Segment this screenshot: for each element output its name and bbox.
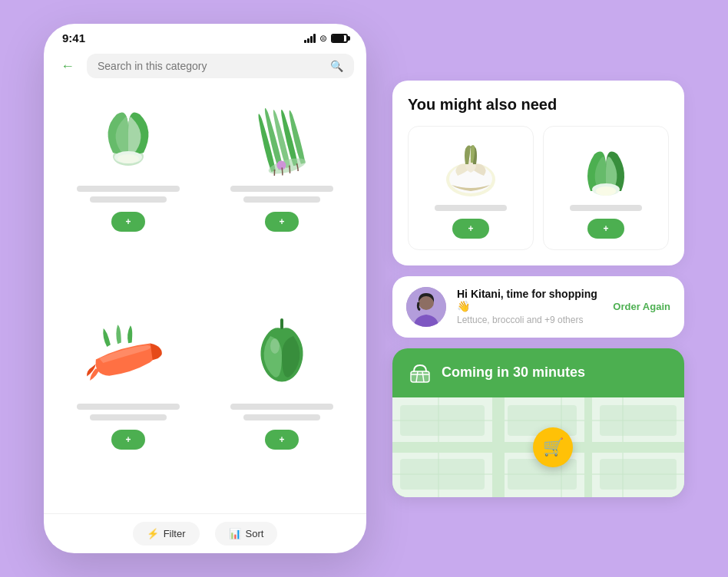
suggestions-card: You might also need: [392, 81, 684, 265]
order-again-button[interactable]: Order Again: [613, 301, 670, 312]
product-price-bar-4: [243, 414, 321, 420]
delivery-icon: [408, 361, 432, 385]
search-icon: 🔍: [330, 60, 343, 72]
map-area: 🛒: [392, 397, 684, 497]
basket-icon: 🛒: [543, 437, 564, 457]
svg-rect-31: [400, 459, 485, 490]
svg-rect-5: [280, 318, 283, 329]
product-card-scallion: +: [210, 87, 354, 296]
sort-button[interactable]: 📊 Sort: [215, 522, 278, 546]
svg-rect-26: [492, 397, 505, 497]
add-to-cart-bokchoy[interactable]: +: [111, 212, 144, 232]
greeting-subtitle: Lettuce, broccoli and +9 others: [457, 315, 602, 325]
back-button[interactable]: ←: [56, 54, 79, 77]
suggestion-bokchoy: +: [543, 126, 669, 250]
suggestions-title: You might also need: [408, 96, 669, 114]
suggestion-garlic: +: [408, 126, 534, 250]
svg-point-2: [117, 154, 139, 163]
add-garlic-button[interactable]: +: [452, 219, 488, 239]
svg-rect-30: [600, 405, 677, 436]
product-image-pepper: [236, 313, 328, 397]
status-time: 9:41: [62, 31, 85, 45]
sort-label: Sort: [246, 528, 264, 539]
bokchoy2-image: [571, 137, 640, 199]
bokchoy2-name-bar: [570, 205, 642, 211]
right-panel: You might also need: [392, 81, 684, 497]
status-bar: 9:41 ⊜: [44, 24, 366, 49]
filter-label: Filter: [164, 528, 186, 539]
wifi-icon: ⊜: [319, 33, 327, 44]
delivery-title: Coming in 30 minutes: [442, 364, 585, 381]
product-name-bar-3: [77, 404, 180, 410]
avatar: [406, 287, 446, 327]
product-name-bar: [77, 186, 180, 192]
product-price-bar-2: [243, 196, 321, 203]
greeting-text: Hi Kitani, time for shopping 👋 Lettuce, …: [457, 288, 602, 325]
battery-icon: [331, 34, 348, 43]
sort-icon: 📊: [229, 528, 241, 539]
product-card-carrot: +: [56, 305, 200, 514]
app-container: 9:41 ⊜ ← 🔍: [0, 0, 728, 577]
filter-icon: ⚡: [147, 528, 159, 539]
status-icons: ⊜: [304, 33, 348, 44]
svg-point-10: [596, 186, 616, 196]
filter-button[interactable]: ⚡ Filter: [133, 522, 200, 546]
greeting-title: Hi Kitani, time for shopping 👋: [457, 288, 602, 312]
product-grid: +: [44, 87, 366, 513]
search-input[interactable]: [98, 60, 324, 72]
suggestions-grid: +: [408, 126, 669, 250]
product-image-bokchoy: [82, 95, 174, 180]
phone-frame: 9:41 ⊜ ← 🔍: [44, 24, 366, 553]
delivery-header: Coming in 30 minutes: [392, 348, 684, 397]
add-bokchoy-button[interactable]: +: [587, 219, 624, 239]
delivery-card[interactable]: Coming in 30 minutes: [392, 348, 684, 497]
add-to-cart-carrot[interactable]: +: [111, 430, 144, 450]
svg-rect-33: [600, 459, 677, 490]
map-marker: 🛒: [533, 427, 573, 467]
signal-icon: [304, 34, 316, 43]
product-price-bar-3: [90, 414, 167, 420]
product-price-bar: [90, 196, 167, 203]
svg-point-6: [270, 338, 280, 354]
back-arrow-icon: ←: [61, 58, 74, 74]
add-to-cart-scallion[interactable]: +: [265, 212, 298, 232]
add-to-cart-pepper[interactable]: +: [265, 430, 298, 450]
search-bar: ← 🔍: [44, 49, 366, 87]
garlic-image: [436, 137, 505, 199]
svg-rect-27: [584, 397, 592, 497]
svg-rect-28: [400, 405, 485, 436]
product-image-carrot: [82, 313, 174, 397]
product-name-bar-2: [230, 186, 333, 192]
bottom-bar: ⚡ Filter 📊 Sort: [44, 513, 366, 553]
product-image-scallion: [236, 95, 328, 180]
product-card-bokchoy: +: [56, 87, 200, 296]
greeting-card: Hi Kitani, time for shopping 👋 Lettuce, …: [392, 276, 684, 338]
product-card-pepper: +: [210, 305, 354, 514]
garlic-name-bar: [435, 205, 507, 211]
product-name-bar-4: [230, 404, 333, 410]
search-wrapper[interactable]: 🔍: [87, 54, 354, 78]
svg-rect-13: [411, 371, 429, 382]
